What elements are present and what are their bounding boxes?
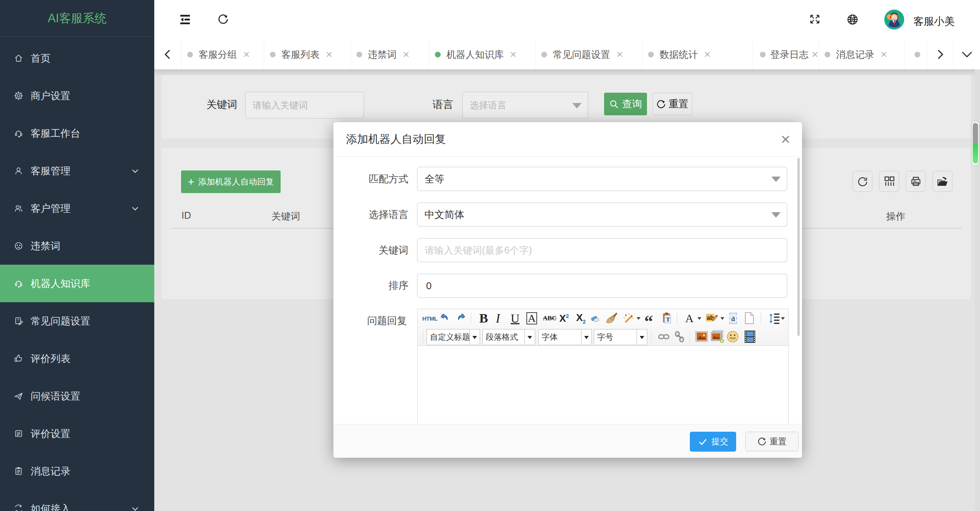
svg-text:?: ?	[17, 318, 19, 323]
svg-text:T: T	[666, 316, 670, 323]
